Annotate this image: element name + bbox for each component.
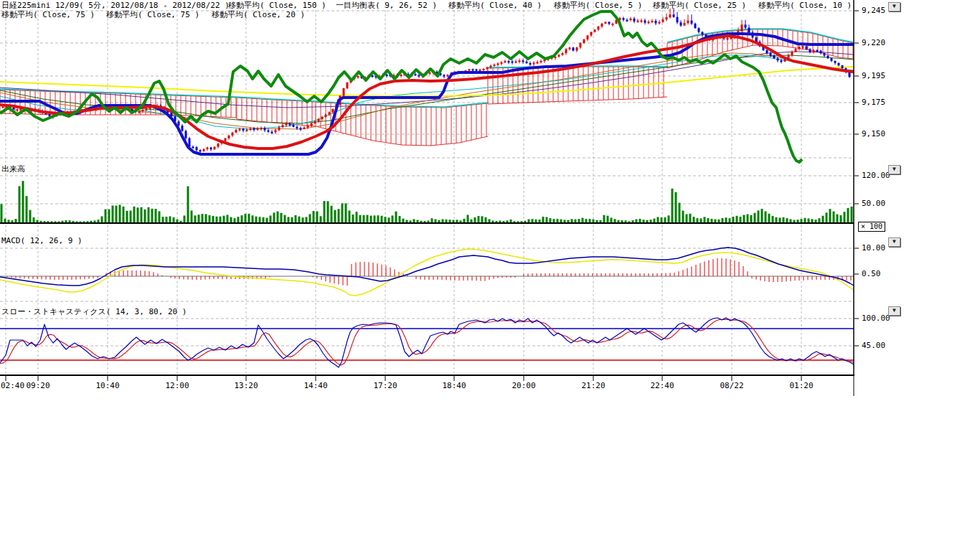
- indicator-ma20-label: 移動平均( Close, 20 ): [212, 11, 305, 19]
- stochastics-pane-title: スロー・ストキャスティクス( 14, 3, 80, 20 ): [1, 308, 187, 316]
- price-tick-9175: 9,175: [862, 98, 885, 107]
- volume-pane-title: 出来高: [1, 165, 25, 174]
- volume-scale-dropdown[interactable]: ▼: [888, 165, 900, 174]
- stoch-scale-dropdown[interactable]: ▼: [888, 306, 900, 316]
- x-tick-2120: 21:20: [578, 382, 609, 390]
- indicator-ma10-label: 移動平均( Close, 10 ): [758, 1, 852, 10]
- indicator-ma5-label: 移動平均( Close, 5 ): [554, 1, 642, 10]
- price-tick-9195: 9,195: [862, 72, 885, 80]
- volume-multiplier-badge: × 100: [858, 222, 885, 232]
- chart-window: 日経225mini 12/09( 5分, 2012/08/18 - 2012/0…: [0, 0, 980, 551]
- indicator-ma25-label: 移動平均( Close, 25 ): [653, 1, 746, 10]
- indicator-ma75b-label: 移動平均( Close, 75 ): [106, 11, 199, 19]
- price-scale-dropdown[interactable]: ▼: [888, 2, 900, 11]
- indicator-ma150-label: 移動平均( Close, 150 ): [228, 1, 326, 10]
- x-tick-0822: 08/22: [716, 382, 748, 390]
- macd-tick-050: 0.50: [862, 270, 881, 278]
- indicator-ma40-label: 移動平均( Close, 40 ): [448, 1, 542, 10]
- stoch-tick-45: 45.00: [862, 342, 885, 350]
- volume-tick-50: 50.00: [862, 199, 885, 208]
- instrument-title: 日経225mini 12/09( 5分, 2012/08/18 - 2012/0…: [1, 1, 230, 10]
- price-tick-9150: 9,150: [862, 130, 885, 138]
- chevron-down-icon: ▼: [892, 238, 896, 245]
- x-tick-0120: 01:20: [786, 382, 817, 390]
- x-tick-2000: 20:00: [508, 382, 540, 390]
- indicator-ma75a-label: 移動平均( Close, 75 ): [1, 11, 95, 19]
- indicator-ichimoku-label: 一目均衡表( 9, 26, 52 ): [336, 1, 437, 10]
- volume-tick-120: 120.00: [862, 171, 890, 180]
- stoch-tick-100: 100.00: [862, 314, 890, 323]
- chart-canvas[interactable]: [0, 0, 980, 551]
- macd-scale-dropdown[interactable]: ▼: [888, 237, 900, 247]
- macd-pane-title: MACD( 12, 26, 9 ): [1, 237, 83, 245]
- x-tick-1200: 12:00: [161, 382, 193, 390]
- x-tick-1320: 13:20: [230, 382, 262, 390]
- x-tick-2240: 22:40: [646, 382, 678, 390]
- x-tick-1440: 14:40: [300, 382, 331, 390]
- chevron-down-icon: ▼: [892, 3, 896, 9]
- chevron-down-icon: ▼: [892, 166, 896, 172]
- price-tick-9245: 9,245: [862, 6, 885, 15]
- x-tick-0920: 09:20: [22, 382, 54, 390]
- x-tick-1040: 10:40: [92, 382, 123, 390]
- macd-tick-10: 10.00: [862, 244, 885, 253]
- chevron-down-icon: ▼: [892, 307, 896, 314]
- x-tick-1720: 17:20: [369, 382, 401, 390]
- price-tick-9220: 9,220: [862, 39, 885, 47]
- x-tick-1840: 18:40: [438, 382, 470, 390]
